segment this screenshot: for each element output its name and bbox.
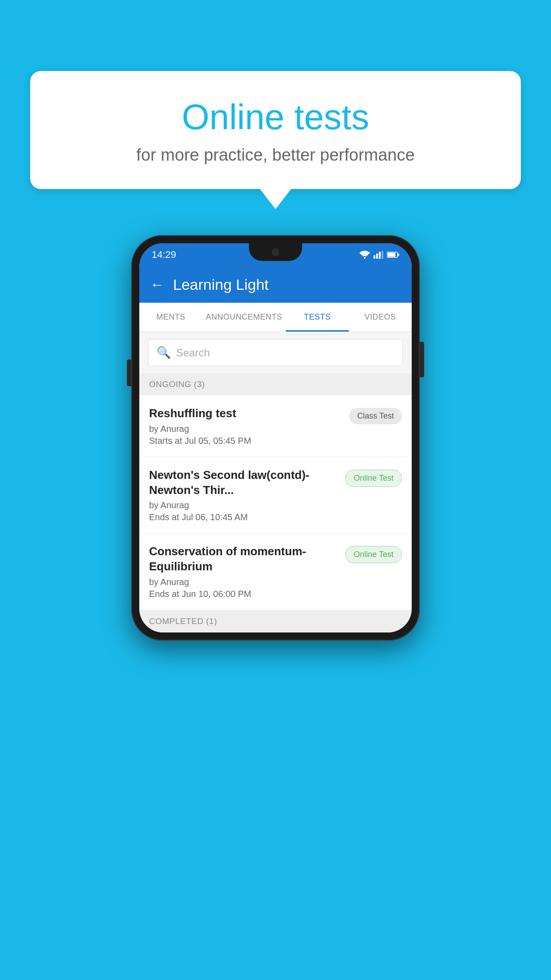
bubble-tail	[260, 189, 291, 209]
test-info-2: Newton's Second law(contd)-Newton's Thir…	[149, 468, 345, 523]
search-container: 🔍 Search	[139, 332, 412, 373]
test-date-1: Starts at Jul 05, 05:45 PM	[149, 436, 342, 446]
speech-bubble-container: Online tests for more practice, better p…	[30, 71, 521, 209]
test-info-3: Conservation of momentum-Equilibrium by …	[149, 544, 345, 599]
svg-rect-6	[398, 253, 399, 256]
ongoing-section-header: ONGOING (3)	[139, 373, 412, 395]
status-bar: 14:29	[139, 243, 412, 266]
svg-rect-4	[382, 251, 383, 259]
test-date-2: Ends at Jul 06, 10:45 AM	[149, 512, 338, 522]
status-icons	[359, 251, 399, 259]
tabs-container: MENTS ANNOUNCEMENTS TESTS VIDEOS	[139, 303, 412, 332]
test-author-2: by Anurag	[149, 500, 338, 510]
tab-tests[interactable]: TESTS	[286, 303, 349, 332]
app-bar: ← Learning Light	[139, 266, 412, 303]
search-input[interactable]: Search	[176, 347, 210, 359]
tab-ments[interactable]: MENTS	[139, 303, 202, 332]
test-badge-3: Online Test	[345, 546, 402, 563]
test-date-3: Ends at Jun 10, 06:00 PM	[149, 589, 338, 599]
notch	[249, 243, 302, 261]
svg-rect-2	[376, 253, 378, 259]
test-title-1: Reshuffling test	[149, 406, 342, 421]
test-info-1: Reshuffling test by Anurag Starts at Jul…	[149, 406, 349, 446]
bubble-subtitle: for more practice, better performance	[48, 146, 503, 165]
completed-section-header: COMPLETED (1)	[139, 610, 412, 632]
test-title-2: Newton's Second law(contd)-Newton's Thir…	[149, 468, 338, 498]
battery-icon	[387, 251, 399, 258]
status-time: 14:29	[152, 249, 176, 261]
app-bar-title: Learning Light	[173, 276, 269, 293]
test-badge-2: Online Test	[345, 470, 402, 487]
test-item-2[interactable]: Newton's Second law(contd)-Newton's Thir…	[139, 457, 412, 534]
phone-screen: 14:29	[139, 243, 412, 632]
phone-frame: 14:29	[131, 235, 420, 640]
wifi-icon	[359, 251, 370, 259]
tab-videos[interactable]: VIDEOS	[349, 303, 412, 332]
svg-rect-7	[388, 253, 396, 257]
search-icon: 🔍	[157, 346, 171, 360]
bubble-title: Online tests	[48, 98, 503, 137]
back-button[interactable]: ←	[150, 277, 164, 293]
svg-rect-3	[379, 252, 381, 259]
speech-bubble: Online tests for more practice, better p…	[30, 71, 521, 189]
test-author-3: by Anurag	[149, 577, 338, 587]
test-item-3[interactable]: Conservation of momentum-Equilibrium by …	[139, 533, 412, 610]
notch-camera	[272, 249, 279, 256]
test-item-1[interactable]: Reshuffling test by Anurag Starts at Jul…	[139, 395, 412, 457]
test-badge-1: Class Test	[349, 408, 402, 424]
test-title-3: Conservation of momentum-Equilibrium	[149, 544, 338, 574]
signal-icon	[374, 251, 383, 259]
svg-point-0	[364, 257, 366, 259]
svg-rect-1	[374, 255, 375, 259]
tab-announcements[interactable]: ANNOUNCEMENTS	[202, 303, 286, 332]
phone-mockup: 14:29	[131, 235, 420, 640]
search-bar[interactable]: 🔍 Search	[148, 339, 403, 366]
test-author-1: by Anurag	[149, 424, 342, 434]
